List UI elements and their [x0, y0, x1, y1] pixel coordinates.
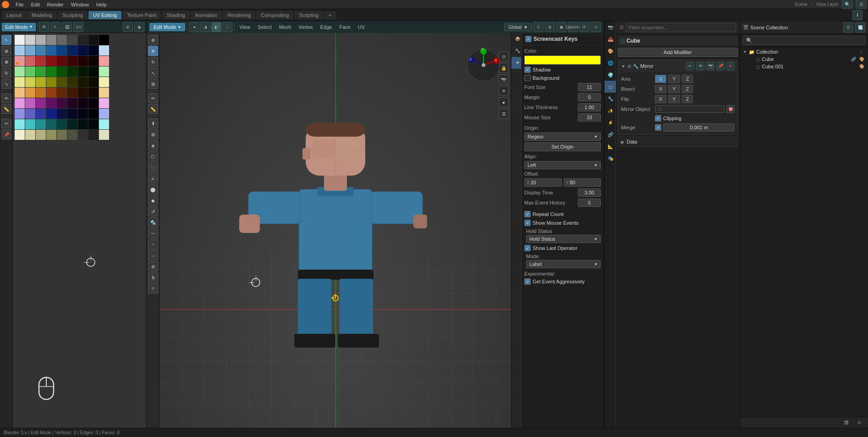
color-darkcyan2[interactable]: [57, 119, 67, 129]
color-darkyellow1[interactable]: [57, 77, 67, 87]
offset-x-field[interactable]: X 20: [524, 178, 562, 187]
vp-loop-cut-tool[interactable]: ⬡: [148, 151, 158, 161]
mesh-edge-btn[interactable]: Edge: [318, 23, 335, 31]
tab-texture-paint[interactable]: Texture Paint: [122, 11, 161, 19]
color-nearblackpurple[interactable]: [88, 98, 99, 108]
viewport-mode-dropdown[interactable]: Edit Mode ▼: [149, 23, 185, 31]
edit-mode-dropdown[interactable]: Edit Mode ▼: [2, 23, 36, 31]
bisect-y-btn[interactable]: Y: [668, 85, 680, 93]
color-vdarkblue2[interactable]: [88, 45, 99, 55]
color-black[interactable]: [99, 35, 109, 45]
flip-z-btn[interactable]: Z: [682, 95, 693, 103]
repeat-count-checkbox[interactable]: ✓: [524, 211, 531, 217]
options-btn[interactable]: Options: [568, 22, 578, 32]
color-peach[interactable]: [99, 88, 109, 98]
color-darkpurple2[interactable]: [57, 98, 67, 108]
uv-select-btn[interactable]: ↖: [50, 22, 60, 32]
color-medyellow1[interactable]: [36, 77, 46, 87]
color-darkgreen1[interactable]: [57, 66, 67, 77]
tab-modeling[interactable]: Modeling: [27, 11, 57, 19]
mouse-mode-dropdown[interactable]: Hold Status ▼: [526, 235, 601, 243]
color-lightred[interactable]: [15, 56, 25, 66]
mirror-edit-btn[interactable]: ✏: [686, 62, 694, 70]
clipping-checkbox[interactable]: ✓: [655, 115, 661, 122]
bottom-btn-1[interactable]: 🎬: [840, 417, 852, 428]
vp-transform-tool[interactable]: ⊞: [148, 79, 158, 89]
color-vdarkyellow1[interactable]: [78, 77, 88, 87]
color-darkorange1[interactable]: [46, 88, 56, 98]
color-lightyellow1[interactable]: [15, 77, 25, 87]
color-medgreen2[interactable]: [46, 66, 56, 77]
cube-item[interactable]: ▶ ◻ Cube 🔗 🎨: [740, 55, 868, 63]
prop-tab-render[interactable]: 📷: [604, 21, 616, 33]
prop-tab-world[interactable]: 🌍: [604, 69, 616, 81]
color-olive2[interactable]: [46, 130, 56, 140]
color-medred1[interactable]: [25, 56, 35, 66]
color-medblue2[interactable]: [46, 45, 56, 55]
color-darkpurple1[interactable]: [46, 98, 56, 108]
mesh-mesh-btn[interactable]: Mesh: [276, 23, 294, 31]
color-olive4[interactable]: [67, 130, 77, 140]
vp-push-pull-tool[interactable]: ⇅: [148, 272, 158, 282]
tool-cursor[interactable]: ⊕: [1, 46, 11, 56]
tool-scale[interactable]: ⤡: [1, 79, 11, 89]
tool-rip[interactable]: ✂: [1, 118, 11, 128]
color-vdarkindigo2[interactable]: [78, 109, 88, 119]
color-nearblack[interactable]: [88, 35, 99, 45]
mesh-vertex-btn[interactable]: Vertex: [296, 23, 316, 31]
flip-y-btn[interactable]: Y: [668, 95, 680, 103]
vp-offset-edge-tool[interactable]: ⬛: [148, 162, 158, 172]
vp-edge-slide-tool[interactable]: →: [148, 250, 158, 260]
color-olive1[interactable]: [36, 130, 46, 140]
color-lightindigo[interactable]: [15, 109, 25, 119]
scene-search-input[interactable]: [743, 36, 865, 45]
vp-move-tool[interactable]: ✥: [148, 46, 158, 56]
color-darkorange2[interactable]: [57, 88, 67, 98]
color-vdarkorange2[interactable]: [78, 88, 88, 98]
material-shading-btn[interactable]: ◑: [200, 22, 210, 32]
color-lightyellow2[interactable]: [25, 77, 35, 87]
color-darkred1[interactable]: [46, 56, 56, 66]
prop-tab-material[interactable]: 🎭: [604, 152, 616, 164]
color-darkgray2[interactable]: [67, 35, 77, 45]
color-darkblue2[interactable]: [67, 45, 77, 55]
uv-image-btn[interactable]: 🖼: [62, 22, 72, 32]
prop-tab-modifier[interactable]: 🔧: [604, 93, 616, 105]
rendered-shading-btn[interactable]: ◐: [211, 22, 221, 32]
axis-x-btn[interactable]: X: [655, 75, 666, 83]
prop-tab-scene[interactable]: 🌐: [604, 57, 616, 69]
overlay-btn[interactable]: ◉: [556, 22, 566, 32]
menu-window[interactable]: Window: [67, 1, 93, 8]
vp-sun-btn[interactable]: ☀: [499, 86, 509, 96]
tool-measure[interactable]: 📏: [1, 104, 11, 114]
tab-scripting[interactable]: Scripting: [294, 11, 323, 19]
vp-material-btn[interactable]: ●: [499, 97, 509, 107]
uv-view-btn[interactable]: 👁: [39, 22, 49, 32]
color-darkindigo1[interactable]: [46, 109, 56, 119]
bisect-z-btn[interactable]: Z: [682, 85, 693, 93]
vp-scale-tool[interactable]: ⤡: [148, 68, 158, 78]
mirror-visibility-btn[interactable]: 👁: [696, 62, 704, 70]
wireframe-shading-btn[interactable]: □: [222, 22, 232, 32]
vp-filter-btn[interactable]: ☰: [499, 109, 509, 119]
uv-canvas[interactable]: [13, 33, 146, 428]
filter-btn[interactable]: ☰: [856, 0, 866, 10]
color-mintgreen[interactable]: [99, 66, 109, 77]
scene-sync-btn[interactable]: 🔃: [855, 22, 865, 33]
get-event-checkbox[interactable]: ✓: [524, 278, 531, 285]
mouse-size-value[interactable]: 33: [578, 113, 601, 122]
display-time-value[interactable]: 3.00: [578, 188, 601, 197]
color-dark2[interactable]: [88, 130, 99, 140]
origin-region-dropdown[interactable]: Region ▼: [524, 133, 601, 141]
vp-screw-tool[interactable]: 🔩: [148, 217, 158, 227]
color-olive3[interactable]: [57, 130, 67, 140]
tab-sculpting[interactable]: Sculpting: [58, 11, 88, 19]
mesh-select-btn[interactable]: Select: [255, 23, 275, 31]
show-mouse-checkbox[interactable]: ✓: [524, 220, 531, 226]
tab-layout[interactable]: Layout: [2, 11, 26, 19]
color-darkgreen2[interactable]: [67, 66, 77, 77]
vp-shrink-tool[interactable]: ⊛: [148, 261, 158, 271]
color-darkgray1[interactable]: [57, 35, 67, 45]
color-vdarkred2[interactable]: [78, 56, 88, 66]
mirror-object-picker[interactable]: 🎯: [726, 105, 735, 113]
